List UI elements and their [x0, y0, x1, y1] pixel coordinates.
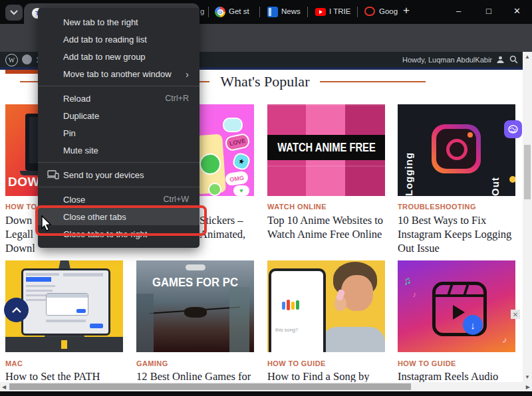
admin-greeting[interactable]: Howdy, Luqman AbdulKabir [402, 56, 492, 64]
heading-rule-right [320, 81, 426, 82]
site-icon[interactable] [22, 54, 32, 64]
tab-label[interactable]: Goog [379, 7, 398, 15]
scroll-up-icon[interactable]: ▲ [525, 54, 530, 60]
user-icon[interactable] [496, 55, 505, 64]
shortcut-label: Ctrl+R [165, 94, 189, 103]
scroll-to-top-button[interactable] [4, 298, 29, 322]
menu-item-mute-site[interactable]: Mute site [38, 142, 200, 159]
close-ad-icon[interactable]: ✕ [511, 310, 520, 319]
heart-sticker: ♥ [233, 185, 249, 196]
article-category[interactable]: WATCH ONLINE [267, 203, 327, 211]
menu-item-close-tabs-right[interactable]: Close tabs to the right [38, 225, 200, 243]
tab-divider [307, 7, 308, 17]
tab-context-menu: New tab to the right Add tab to reading … [38, 8, 200, 248]
phone-graphic: this song? [269, 268, 326, 352]
article-category[interactable]: HOW TO GUIDE [267, 359, 326, 367]
road-dash [61, 340, 67, 349]
helicopter-graphic [184, 307, 207, 318]
tab-label[interactable]: I TRIE [329, 7, 350, 15]
image-caption-left: Logging [403, 104, 414, 196]
vertical-scroll-thumb[interactable] [524, 145, 531, 199]
menu-item-add-new-group[interactable]: Add tab to new group [38, 48, 200, 65]
menu-item-pin[interactable]: Pin [38, 124, 200, 142]
tab-label[interactable]: Get st [229, 7, 249, 15]
article-title[interactable]: Instagram Reels Audio Download? 3 Method… [398, 369, 516, 382]
minimize-button[interactable]: – [456, 6, 461, 16]
article-category[interactable]: MAC [5, 359, 23, 367]
instagram-logo [432, 124, 481, 173]
mouse-cursor [40, 215, 55, 233]
article-thumbnail[interactable]: Logging Out [398, 104, 515, 196]
tab-label[interactable]: News [281, 7, 301, 15]
article-thumbnail[interactable]: this song? [267, 260, 385, 352]
chevron-up-icon [11, 307, 22, 314]
menu-item-close-other-tabs[interactable]: Close other tabs [38, 208, 200, 225]
scroll-left-icon[interactable]: ◀ [2, 384, 6, 390]
building-graphic [229, 287, 249, 352]
google-icon: G [215, 7, 225, 17]
article-category[interactable]: HOW TO GUIDE [398, 359, 456, 367]
horizontal-scroll-thumb[interactable] [9, 383, 411, 390]
admin-search-icon[interactable] [509, 55, 518, 64]
image-badge [186, 264, 205, 270]
phone-screen-text: this song? [275, 327, 298, 333]
chat-icon [364, 7, 375, 16]
horizontal-scrollbar[interactable]: ◀ ▶ [0, 382, 532, 391]
article-thumbnail[interactable]: ↓ ♫ ♪ ♪ [398, 260, 515, 352]
star-sticker: ★ [231, 151, 251, 171]
chevron-down-icon [10, 10, 18, 15]
person-shirt-graphic [321, 327, 385, 352]
scroll-down-icon[interactable]: ▼ [525, 374, 530, 380]
article-title[interactable]: 12 Best Online Games for PC [Free and Pa… [136, 369, 255, 382]
article-title[interactable]: How to Set the PATH Variable in macOS [5, 369, 124, 382]
youtube-icon [315, 8, 326, 16]
article-thumbnail[interactable]: WATCH ANIME FREE [267, 104, 385, 196]
menu-item-add-reading-list[interactable]: Add tab to reading list [38, 31, 200, 48]
news-icon [267, 7, 278, 17]
tab-label-fragment[interactable]: g [200, 7, 204, 15]
scroll-right-icon[interactable]: ▶ [526, 384, 530, 390]
menu-separator [38, 86, 200, 86]
menu-item-duplicate[interactable]: Duplicate [38, 107, 200, 124]
article-category[interactable]: HOW TO [5, 203, 37, 211]
taskbar-strip [0, 391, 532, 396]
music-note-icon: ♪ [501, 334, 508, 345]
menu-separator [38, 162, 200, 163]
devices-icon [47, 169, 59, 179]
menu-item-move-tab[interactable]: Move tab to another window› [38, 65, 200, 82]
emoji-fragment [509, 176, 515, 183]
article-title[interactable]: 10 Best Ways to Fix Instagram Keeps Logg… [398, 213, 516, 255]
screenshot-root: T g G Get st News I TRIE Goog + – □ ✕ ← … [0, 0, 532, 396]
menu-separator [38, 187, 200, 187]
article-category[interactable]: TROUBLESHOOTING [398, 203, 476, 211]
menu-item-reload[interactable]: ReloadCtrl+R [38, 90, 200, 107]
love-sticker: LOVE [224, 132, 251, 151]
tab-divider [357, 7, 358, 17]
maximize-button[interactable]: □ [486, 6, 491, 16]
ai-extension-icon[interactable] [504, 120, 522, 138]
article-thumbnail[interactable]: GAMES FOR PC [136, 260, 254, 352]
vertical-scrollbar[interactable]: ▲ ▼ [523, 52, 532, 382]
menu-item-new-tab-right[interactable]: New tab to the right [38, 13, 200, 31]
macbook-graphic [21, 268, 110, 336]
music-note-icon: ♫ [402, 274, 412, 288]
whatsapp-icon [199, 153, 221, 175]
image-banner: WATCH ANIME FREE [267, 135, 385, 160]
wordpress-logo-icon[interactable]: W [5, 54, 18, 66]
article-category[interactable]: GAMING [136, 359, 168, 367]
tab-divider [259, 7, 260, 17]
tab-search-button[interactable] [5, 5, 23, 21]
article-title[interactable]: Top 10 Anime Websites to Watch Anime Fre… [267, 213, 386, 241]
music-note-icon: ♪ [412, 290, 416, 299]
camera-sticker [223, 118, 243, 132]
article-title[interactable]: How to Find a Song by Humming? 3 Ways to… [267, 369, 386, 382]
submenu-arrow-icon: › [186, 68, 189, 80]
omg-sticker: OMG [225, 171, 249, 187]
lollipop-sticker [208, 183, 221, 196]
new-tab-button[interactable]: + [403, 4, 410, 17]
shortcut-label: Ctrl+W [163, 195, 189, 204]
menu-item-send-to-devices[interactable]: Send to your devices [38, 166, 200, 183]
close-button[interactable]: ✕ [513, 6, 521, 16]
menu-item-close[interactable]: CloseCtrl+W [38, 191, 200, 208]
tab-divider [208, 7, 209, 17]
